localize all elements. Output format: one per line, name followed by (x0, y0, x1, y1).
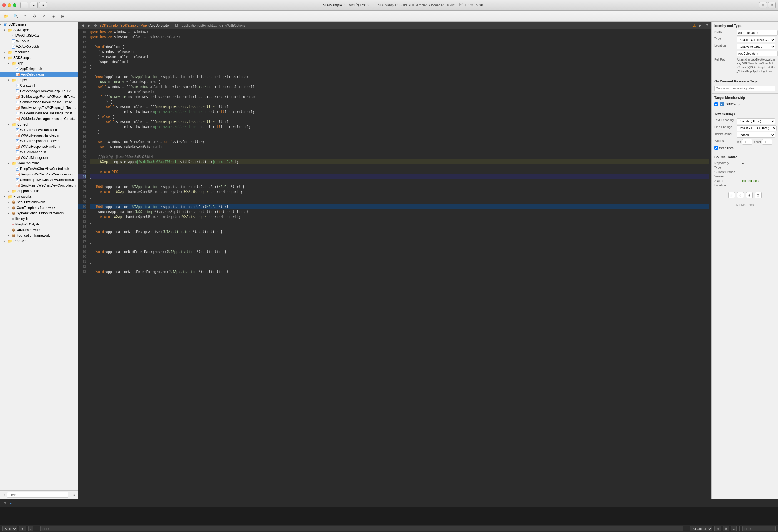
sidebar-item-viewctrl-group[interactable]: 📁ViewController (0, 161, 78, 166)
all-output-select[interactable]: All Output (690, 526, 712, 531)
split-view-button[interactable]: ⊞ (759, 2, 767, 8)
arrow-closed[interactable] (8, 206, 12, 209)
sidebar-filter-input[interactable] (7, 492, 68, 498)
encoding-select[interactable]: Unicode (UTF-8) (736, 118, 775, 124)
layout-button[interactable]: ⊟ (768, 2, 776, 8)
arrow-open[interactable] (8, 123, 12, 126)
sidebar-item-coretelepony-fw[interactable]: 📦CoreTelephony.framework (0, 205, 78, 210)
name-input[interactable] (736, 30, 778, 35)
warning-btn[interactable]: ⚠ (21, 13, 29, 19)
sidebar-item-sendmsg-m[interactable]: mSendMessageToWXReqtre_ithTextOrMediaMes… (0, 105, 78, 110)
info-btn[interactable]: ℹ (28, 526, 33, 531)
sidebar-item-libz-dylib[interactable]: ⚙libz.dylib (0, 216, 78, 221)
bc-app[interactable]: App (141, 24, 147, 27)
line-endings-select[interactable]: Default - OS X / Unix (... (736, 125, 777, 131)
sidebar-item-sdkexport[interactable]: 📁SDKExport (0, 27, 78, 33)
sidebar-item-resources[interactable]: 📁Resources (0, 50, 78, 55)
wrap-lines-checkbox[interactable] (714, 146, 718, 150)
nav-back-btn[interactable]: ◀ (79, 23, 85, 28)
arrow-open[interactable] (4, 56, 8, 59)
arrow-closed[interactable] (4, 240, 8, 242)
sidebar-item-helper-group[interactable]: 📁Helper (0, 77, 78, 83)
sidebar-item-sendmsg-h[interactable]: hSendMessageToWXReq+re__ithTextOrMediaMe… (0, 99, 78, 105)
sidebar-item-appdelegate-h[interactable]: hAppDelegate.h (0, 66, 78, 72)
target-checkbox[interactable] (714, 102, 718, 106)
close-button[interactable] (2, 3, 6, 7)
stop-button[interactable]: ■ (39, 2, 47, 8)
arrow-open[interactable] (8, 162, 12, 165)
arrow-closed[interactable] (8, 201, 12, 203)
sidebar-item-getmsg-h[interactable]: hGetMessageFromWXResp_ithTextOrMediaMess… (0, 88, 78, 94)
run-button[interactable]: ▶ (30, 2, 37, 8)
sidebar-item-wxapiobject-h[interactable]: hWXApiObject.h (0, 44, 78, 50)
bottom-filter-input-2[interactable] (743, 526, 776, 531)
sidebar-item-sdksample[interactable]: 📁SDKSample (0, 55, 78, 61)
breakpoint-btn[interactable]: ◈ (50, 13, 57, 19)
sidebar-item-respforwx-h[interactable]: hRespForWeChatViewController.h (0, 166, 78, 172)
arrow-closed[interactable] (8, 229, 12, 231)
bc-sdksample[interactable]: SDKSample (99, 24, 118, 27)
json-btn[interactable]: {} (737, 192, 744, 198)
arrow-closed[interactable] (8, 212, 12, 214)
arrow-open[interactable] (8, 62, 12, 65)
sidebar-item-wxapi-h[interactable]: hWXApi.h (0, 38, 78, 44)
source-btn[interactable]: ◉ (746, 192, 753, 198)
sidebar-item-security-fw[interactable]: 📦Security.framework (0, 199, 78, 205)
sidebar-item-wxapireq-h[interactable]: hWXApiRequestHandler.h (0, 127, 78, 133)
sidebar-item-foundation-fw[interactable]: 📦Foundation.framework (0, 233, 78, 238)
list-btn[interactable]: ≡ (731, 526, 736, 531)
maximize-button[interactable] (13, 3, 16, 7)
nav-forward-btn[interactable]: ▶ (86, 23, 92, 28)
new-file-btn[interactable]: 📄 (728, 192, 735, 198)
arrow-closed[interactable] (4, 51, 8, 54)
eye-btn[interactable]: 👁 (19, 526, 26, 531)
sidebar-item-sendmsgvc-h[interactable]: hSendMsgToWeChatViewController.h (0, 177, 78, 183)
filter-options-btn[interactable]: ⊞ (70, 493, 72, 497)
code-content[interactable]: @synthesize window = _window;@synthesize… (88, 29, 711, 499)
tag-input[interactable] (714, 86, 775, 91)
arrow-open[interactable] (4, 195, 8, 198)
bc-sdksample2[interactable]: SDKSample (120, 24, 138, 27)
bottom-expand-btn[interactable]: ▾ (2, 500, 8, 506)
type-select[interactable]: Default - Objective-C... (736, 37, 775, 42)
filename-input[interactable] (736, 51, 778, 56)
sidebar-item-appdelegate-m[interactable]: mAppDelegate.m (0, 72, 78, 77)
indent-select[interactable]: Spaces (736, 132, 775, 138)
sidebar-item-frameworks[interactable]: 📁Frameworks (0, 194, 78, 199)
sidebar-item-app-group[interactable]: 📁App (0, 61, 78, 66)
build-btn[interactable]: ⚙ (30, 13, 38, 19)
bottom-filter-input[interactable] (40, 526, 683, 531)
search-btn[interactable]: 🔍 (12, 13, 19, 19)
nav-related-btn[interactable]: ⊕ (93, 23, 98, 28)
bc-method[interactable]: -application:didFinishLaunchingWithOptio… (181, 24, 246, 27)
sidebar-item-wxmedia-h[interactable]: hWXMediaMessage+messageConstruct.h (0, 110, 78, 116)
navigator-toggle[interactable]: 📁 (2, 13, 10, 19)
arrow-closed[interactable] (8, 190, 12, 192)
nav-next-issue[interactable]: ▶ (697, 23, 703, 28)
bc-m[interactable]: M (175, 24, 178, 27)
split-btn[interactable]: ⊞ (723, 526, 729, 531)
sidebar-item-wxmedia-m[interactable]: mWXMediaMessage+messageConstruct.m (0, 116, 78, 121)
sidebar-item-supporting-files[interactable]: 📁Supporting Files (0, 188, 78, 194)
grid-btn[interactable]: ⊞ (755, 192, 762, 198)
sidebar-item-sdksample-root[interactable]: ◧SDKSample (0, 22, 78, 27)
sidebar-item-respforwx-m[interactable]: mRespForWeChatViewController.mm (0, 172, 78, 177)
sidebar-item-control-group[interactable]: 📁Control (0, 121, 78, 127)
editor-help-btn[interactable]: ? (704, 23, 710, 28)
trash-btn[interactable]: 🗑 (714, 526, 721, 531)
sidebar-item-wxapimgr-h[interactable]: hWXApiManager.h (0, 149, 78, 155)
sidebar-item-libsqlite-dylib[interactable]: ⚙libsqlite3.0.dylib (0, 221, 78, 227)
sidebar-item-wxapiresp-h[interactable]: hWXApiResponseHandler.h (0, 138, 78, 144)
sidebar-item-wxapireq-m[interactable]: mWXApiRequestHandler.m (0, 133, 78, 138)
minimize-button[interactable] (7, 3, 11, 7)
sidebar-item-wxapimgr-m[interactable]: mWXApiManager.m (0, 155, 78, 161)
location-select[interactable]: Relative to Group (736, 44, 775, 50)
sidebar-item-sysconfig-fw[interactable]: 📦SystemConfiguration.framework (0, 210, 78, 216)
arrow-open[interactable] (4, 28, 8, 31)
bc-appdelegate-m[interactable]: AppDelegate.m (150, 24, 172, 27)
sidebar-item-sendmsgvc-m[interactable]: mSendMsgToWeChatViewController.m (0, 183, 78, 188)
source-ctrl-btn[interactable]: M (40, 13, 48, 19)
indent-width-input[interactable] (762, 139, 772, 145)
sidebar-item-constant-h[interactable]: hConstant.h (0, 83, 78, 88)
debug-btn[interactable]: ▣ (59, 13, 67, 19)
